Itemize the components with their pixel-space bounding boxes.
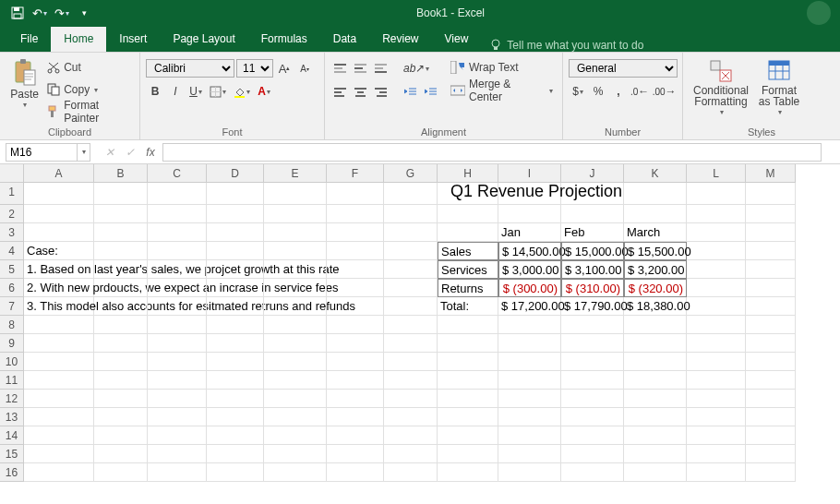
cell[interactable]: $ 17,790.00 bbox=[561, 297, 624, 316]
bold-button[interactable]: B bbox=[146, 82, 164, 101]
cell[interactable] bbox=[327, 334, 384, 353]
cell[interactable] bbox=[207, 260, 264, 279]
cell[interactable] bbox=[687, 390, 746, 408]
cell[interactable] bbox=[327, 297, 384, 316]
cell[interactable] bbox=[148, 242, 207, 260]
cell[interactable] bbox=[327, 390, 384, 408]
cell[interactable] bbox=[746, 297, 796, 316]
cell[interactable] bbox=[687, 316, 746, 334]
cell[interactable] bbox=[561, 353, 624, 371]
format-painter-button[interactable]: Format Painter bbox=[43, 102, 134, 122]
cell[interactable] bbox=[687, 426, 746, 445]
cell[interactable] bbox=[384, 353, 438, 371]
cell[interactable] bbox=[207, 223, 264, 242]
cell[interactable] bbox=[264, 334, 327, 353]
tab-home[interactable]: Home bbox=[51, 27, 106, 52]
cell[interactable] bbox=[746, 353, 796, 371]
cell[interactable]: March bbox=[624, 223, 687, 242]
cell[interactable] bbox=[327, 408, 384, 426]
cell[interactable]: $ (320.00) bbox=[624, 279, 687, 297]
cell[interactable] bbox=[384, 445, 438, 463]
cell[interactable] bbox=[148, 297, 207, 316]
cancel-formula-icon[interactable]: ✕ bbox=[100, 143, 120, 162]
cell[interactable] bbox=[327, 353, 384, 371]
row-header[interactable]: 1 bbox=[0, 183, 24, 205]
column-header[interactable]: M bbox=[746, 164, 796, 183]
cell[interactable]: $ 15,500.00 bbox=[624, 242, 687, 260]
cell[interactable] bbox=[438, 205, 498, 223]
cell[interactable] bbox=[24, 334, 94, 353]
italic-button[interactable]: I bbox=[166, 82, 185, 101]
increase-indent-icon[interactable] bbox=[421, 82, 439, 101]
cell[interactable] bbox=[148, 279, 207, 297]
cell[interactable] bbox=[687, 279, 746, 297]
cell[interactable] bbox=[624, 408, 687, 426]
cell[interactable] bbox=[746, 426, 796, 445]
enter-formula-icon[interactable]: ✓ bbox=[120, 143, 140, 162]
cell[interactable] bbox=[624, 205, 687, 223]
number-format-select[interactable]: General bbox=[569, 59, 678, 78]
cell[interactable] bbox=[561, 426, 624, 445]
cell[interactable] bbox=[264, 445, 327, 463]
cell[interactable] bbox=[264, 426, 327, 445]
cell[interactable] bbox=[438, 353, 498, 371]
cell[interactable] bbox=[327, 371, 384, 390]
cell[interactable] bbox=[94, 223, 148, 242]
cell[interactable] bbox=[24, 353, 94, 371]
row-header[interactable]: 2 bbox=[0, 205, 24, 223]
cell[interactable] bbox=[624, 426, 687, 445]
conditional-formatting-button[interactable]: Conditional Formatting▾ bbox=[689, 55, 753, 122]
cell[interactable] bbox=[207, 426, 264, 445]
cell[interactable] bbox=[327, 242, 384, 260]
row-header[interactable]: 10 bbox=[0, 353, 24, 371]
cell[interactable] bbox=[746, 205, 796, 223]
cell[interactable] bbox=[327, 463, 384, 482]
cell[interactable] bbox=[438, 371, 498, 390]
cell[interactable] bbox=[687, 445, 746, 463]
cell[interactable] bbox=[384, 260, 438, 279]
cell[interactable] bbox=[687, 223, 746, 242]
cell[interactable] bbox=[561, 334, 624, 353]
cell[interactable] bbox=[327, 426, 384, 445]
decrease-decimal-icon[interactable]: .00→ bbox=[652, 82, 677, 101]
font-color-button[interactable]: A▾ bbox=[255, 82, 273, 101]
cell[interactable] bbox=[687, 371, 746, 390]
redo-icon[interactable]: ↷▾ bbox=[52, 3, 72, 23]
cell[interactable] bbox=[24, 205, 94, 223]
column-header[interactable]: L bbox=[687, 164, 746, 183]
align-top-icon[interactable] bbox=[330, 59, 349, 78]
cell[interactable] bbox=[384, 426, 438, 445]
cell[interactable] bbox=[264, 223, 327, 242]
cell[interactable]: $ 17,200.00 bbox=[498, 297, 561, 316]
copy-button[interactable]: Copy▾ bbox=[43, 79, 134, 100]
cell[interactable] bbox=[624, 445, 687, 463]
cell[interactable] bbox=[746, 316, 796, 334]
align-middle-icon[interactable] bbox=[351, 59, 369, 78]
cell[interactable] bbox=[746, 371, 796, 390]
cell[interactable] bbox=[498, 316, 561, 334]
cell[interactable] bbox=[327, 205, 384, 223]
cell[interactable]: $ (310.00) bbox=[561, 279, 624, 297]
cell[interactable] bbox=[624, 390, 687, 408]
merge-center-button[interactable]: Merge & Center▾ bbox=[447, 80, 557, 101]
cell[interactable] bbox=[498, 371, 561, 390]
cell[interactable] bbox=[687, 260, 746, 279]
cell[interactable] bbox=[207, 316, 264, 334]
cell[interactable] bbox=[438, 223, 498, 242]
cell[interactable] bbox=[498, 205, 561, 223]
cell[interactable] bbox=[264, 408, 327, 426]
select-all-corner[interactable] bbox=[0, 164, 24, 183]
cell[interactable] bbox=[148, 316, 207, 334]
tab-insert[interactable]: Insert bbox=[106, 27, 160, 52]
cell[interactable] bbox=[384, 279, 438, 297]
cell[interactable] bbox=[94, 260, 148, 279]
cell[interactable] bbox=[498, 353, 561, 371]
cell[interactable] bbox=[327, 223, 384, 242]
cell[interactable] bbox=[264, 242, 327, 260]
row-header[interactable]: 7 bbox=[0, 297, 24, 316]
cell[interactable] bbox=[327, 316, 384, 334]
row-header[interactable]: 8 bbox=[0, 316, 24, 334]
row-header[interactable]: 5 bbox=[0, 260, 24, 279]
column-header[interactable]: G bbox=[384, 164, 438, 183]
formula-bar[interactable] bbox=[162, 143, 822, 162]
